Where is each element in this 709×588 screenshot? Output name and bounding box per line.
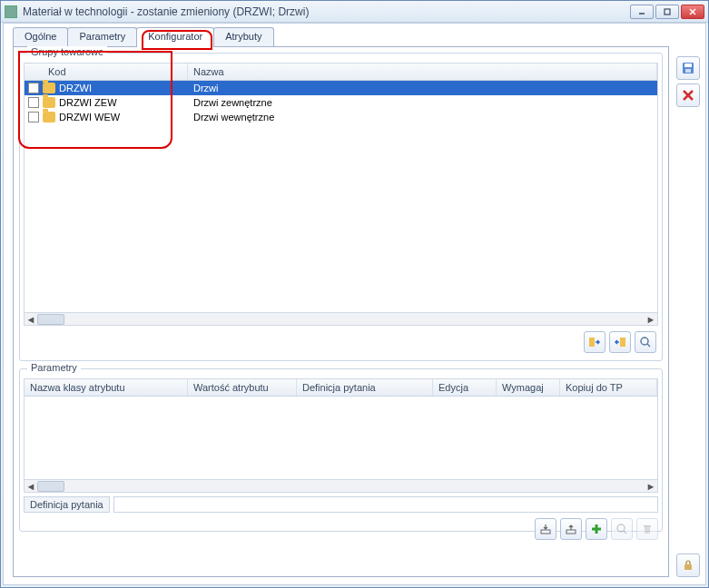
preview-button[interactable] [611,518,633,540]
export-button[interactable] [560,518,582,540]
legend-parametry: Parametry [27,362,81,373]
table-row[interactable]: DRZWI WEW Drzwi wewnętrzne [25,110,657,124]
svg-rect-1 [665,9,670,15]
grid-parametry[interactable]: Nazwa klasy atrybutu Wartość atrybutu De… [24,378,658,493]
table-row[interactable]: DRZWI Drzwi [25,81,657,95]
col-kod[interactable]: Kod [25,64,188,80]
assign-button[interactable] [584,331,606,353]
folder-icon [43,97,55,108]
window-title: Materiał w technologii - zostanie zmieni… [23,5,630,18]
add-button[interactable] [586,518,607,540]
horizontal-scrollbar-2[interactable]: ◄ ► [25,479,657,492]
legend-grupy: Grupy towarowe [27,46,107,57]
scroll-left-icon[interactable]: ◄ [25,480,37,493]
import-button[interactable] [535,518,556,540]
svg-line-19 [624,531,626,534]
col-nazwa-klasy[interactable]: Nazwa klasy atrybutu [25,379,188,396]
svg-rect-14 [541,530,550,534]
side-toolbar [676,56,702,107]
scroll-right-icon[interactable]: ► [645,480,657,493]
unassign-button[interactable] [609,331,631,353]
folder-icon [43,112,55,122]
search-button[interactable] [635,331,656,353]
scroll-left-icon[interactable]: ◄ [25,313,37,326]
scroll-right-icon[interactable]: ► [645,313,657,326]
svg-line-13 [647,344,650,347]
cell-kod: DRZWI WEW [59,112,120,122]
svg-rect-20 [645,526,650,534]
svg-rect-5 [684,64,692,67]
tab-general[interactable]: Ogólne [13,27,68,47]
svg-rect-11 [620,338,625,347]
cell-nazwa: Drzwi [188,83,657,93]
folder-icon [43,83,55,93]
definicja-label: Definicja pytania [24,496,110,513]
side-bottom [676,554,702,577]
save-button[interactable] [676,56,700,80]
svg-point-12 [641,338,648,345]
delete-button[interactable] [636,518,658,540]
window-frame: Materiał w technologii - zostanie zmieni… [0,0,709,588]
grid-grupy[interactable]: Kod Nazwa DRZWI Drzwi DRZWI ZEW Drzwi ze… [24,63,658,326]
col-wymagaj[interactable]: Wymagaj [497,379,560,396]
col-kopiuj[interactable]: Kopiuj do TP [560,379,657,396]
groupbox-parametry: Parametry Nazwa klasy atrybutu Wartość a… [19,368,663,532]
col-edycja[interactable]: Edycja [433,379,497,396]
row-checkbox[interactable] [28,97,39,108]
svg-rect-6 [685,69,691,73]
definicja-row: Definicja pytania [24,496,658,513]
cell-nazwa: Drzwi wewnętrzne [188,112,657,122]
svg-rect-10 [589,338,595,347]
definicja-input[interactable] [113,496,658,513]
close-button[interactable] [681,5,704,19]
maximize-button[interactable] [655,5,679,19]
horizontal-scrollbar[interactable]: ◄ ► [25,312,657,325]
row-checkbox[interactable] [28,83,39,93]
tab-parameters[interactable]: Parametry [67,27,137,47]
tab-pane-configurator: Grupy towarowe Kod Nazwa DRZWI Drzwi DRZ… [13,46,669,577]
col-nazwa[interactable]: Nazwa [188,64,657,80]
bottom-toolbar [24,518,658,540]
grid-header-parametry[interactable]: Nazwa klasy atrybutu Wartość atrybutu De… [25,379,657,397]
cancel-button[interactable] [676,83,700,107]
lock-button[interactable] [676,554,700,577]
minimize-button[interactable] [630,5,654,19]
titlebar[interactable]: Materiał w technologii - zostanie zmieni… [1,1,708,23]
scroll-thumb[interactable] [37,314,64,325]
row-checkbox[interactable] [28,112,39,122]
table-row[interactable]: DRZWI ZEW Drzwi zewnętrzne [25,95,657,110]
tab-attributes[interactable]: Atrybuty [213,27,273,47]
col-definicja[interactable]: Definicja pytania [297,379,433,396]
svg-rect-15 [566,530,576,534]
svg-point-18 [617,524,625,532]
tab-configurator[interactable]: Konfigurator [136,27,214,47]
client-area: Ogólne Parametry Konfigurator Atrybuty G… [3,23,706,585]
col-wartosc[interactable]: Wartość atrybutu [188,379,297,396]
grid-toolbar [24,331,656,353]
grid-header-grupy[interactable]: Kod Nazwa [25,64,657,81]
cell-kod: DRZWI [59,83,92,93]
cell-nazwa: Drzwi zewnętrzne [188,97,657,108]
scroll-thumb[interactable] [37,481,64,492]
tab-strip: Ogólne Parametry Konfigurator Atrybuty [13,27,669,47]
cell-kod: DRZWI ZEW [59,97,117,108]
svg-rect-9 [684,564,692,570]
groupbox-grupy-towarowe: Grupy towarowe Kod Nazwa DRZWI Drzwi DRZ… [19,53,663,361]
svg-rect-21 [644,525,651,527]
app-icon [5,5,17,18]
